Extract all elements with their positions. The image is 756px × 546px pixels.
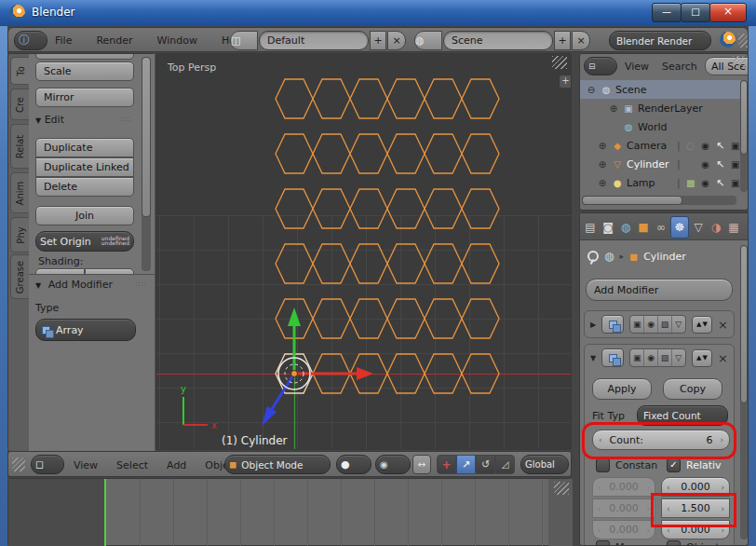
outliner-menu-view[interactable]: View bbox=[625, 61, 649, 73]
pivot-dropdown[interactable]: ◉ bbox=[375, 455, 411, 474]
tab-modifiers[interactable]: ☸ bbox=[670, 216, 689, 239]
modifier-display-toggles[interactable]: ▣◉▨▽ bbox=[629, 348, 685, 367]
editor-type-selector[interactable]: ⓘ bbox=[14, 31, 47, 50]
timeline-resize-grip[interactable] bbox=[554, 482, 569, 495]
constant-offset-field-2[interactable]: ‹0.000› bbox=[592, 520, 655, 539]
expand-icon[interactable]: ⊕ bbox=[595, 159, 610, 170]
delete-layout-button[interactable]: × bbox=[387, 31, 406, 50]
shelf-tab-cre[interactable]: Cre bbox=[10, 89, 30, 120]
viewport-menu-select[interactable]: Select bbox=[116, 459, 148, 471]
duplicate-linked-button[interactable]: Duplicate Linked bbox=[35, 157, 134, 177]
viewport-menu-add[interactable]: Add bbox=[167, 459, 186, 471]
scene-selector-icon-button[interactable]: ◍ bbox=[414, 31, 442, 50]
merge-toggle[interactable]: Merge bbox=[596, 540, 647, 546]
delete-scene-button[interactable]: × bbox=[572, 31, 590, 50]
panel-grip-icon[interactable]: ∷∷ bbox=[120, 116, 131, 124]
layout-selector-icon-button[interactable]: ◫ bbox=[230, 31, 258, 50]
addmod-panel-header[interactable]: ▼ Add Modifier bbox=[35, 279, 113, 291]
expand-icon[interactable]: ⊕ bbox=[606, 103, 621, 114]
outliner-row-lamp[interactable]: ⊕●Lamp|▩◉↖▣ bbox=[580, 173, 749, 192]
object-icon[interactable]: ◼ bbox=[629, 251, 638, 263]
add-scene-button[interactable]: + bbox=[554, 31, 571, 50]
eye-toggle-icon[interactable]: ◉ bbox=[699, 159, 712, 170]
relative-offset-field-0[interactable]: ‹0.000› bbox=[661, 477, 730, 497]
tab-object-data[interactable]: ▽ bbox=[690, 217, 707, 238]
outliner-row-cylinder[interactable]: ⊕▽Cylinder|◉↖▣ bbox=[580, 155, 749, 173]
viewport-header-grip[interactable] bbox=[12, 457, 25, 471]
relative-offset-toggle[interactable]: ✓ Relativ bbox=[667, 458, 722, 472]
layout-name-field[interactable]: Default bbox=[259, 31, 369, 50]
eye-toggle-icon[interactable]: ◉ bbox=[699, 141, 712, 151]
tab-scene[interactable]: ◙ bbox=[600, 217, 616, 238]
add-layout-button[interactable]: + bbox=[370, 31, 386, 50]
mode-dropdown[interactable]: ◼ Object Mode bbox=[224, 455, 331, 474]
shading-dropdown[interactable]: ● bbox=[336, 455, 371, 474]
region-expand-button[interactable]: + bbox=[559, 75, 572, 89]
manipulator-rotate-toggle[interactable]: ↺ bbox=[476, 455, 495, 474]
orientation-dropdown[interactable]: Global bbox=[520, 455, 569, 474]
fit-type-dropdown[interactable]: Fixed Count bbox=[637, 405, 728, 426]
edit-panel-header[interactable]: ▼ Edit bbox=[35, 114, 64, 126]
delete-button[interactable]: Delete bbox=[35, 177, 134, 197]
outliner-hscrollbar[interactable] bbox=[582, 196, 736, 205]
relative-offset-field-2[interactable]: ‹0.000› bbox=[661, 520, 730, 539]
breadcrumb-object-name[interactable]: Cylinder bbox=[643, 251, 686, 263]
scene-name-field[interactable]: Scene bbox=[443, 31, 553, 50]
add-modifier-dropdown[interactable]: Add Modifier bbox=[586, 279, 733, 301]
menu-window[interactable]: Window bbox=[157, 34, 197, 47]
manipulator-scale-toggle[interactable]: ◿ bbox=[495, 455, 515, 474]
rotate-button[interactable]: Rotate bbox=[35, 54, 134, 60]
constant-checkbox[interactable] bbox=[596, 458, 610, 472]
maximize-button[interactable]: □ bbox=[681, 3, 710, 22]
viewport-resize-grip[interactable] bbox=[552, 56, 567, 69]
join-button[interactable]: Join bbox=[35, 206, 134, 225]
shelf-tab-relat[interactable]: Relat bbox=[10, 124, 30, 169]
tab-constraints[interactable]: ∞ bbox=[653, 217, 669, 238]
relative-checkbox[interactable]: ✓ bbox=[667, 458, 681, 472]
properties-vscrollbar[interactable] bbox=[740, 245, 748, 539]
tab-object[interactable]: ■ bbox=[635, 217, 652, 238]
outliner-vscrollbar[interactable] bbox=[740, 80, 748, 192]
copy-button[interactable]: Copy bbox=[663, 378, 722, 400]
duplicate-button[interactable]: Duplicate bbox=[35, 138, 134, 157]
timeline-playhead[interactable] bbox=[104, 479, 106, 546]
shelf-tab-to[interactable]: To bbox=[10, 57, 30, 85]
panel-grip-icon[interactable]: ∷∷ bbox=[136, 280, 147, 289]
count-slider[interactable]: ‹ Count: 6 › bbox=[592, 430, 730, 450]
object-offset-toggle[interactable]: Object bbox=[667, 540, 720, 546]
outliner-row-renderlayer[interactable]: ⊕▣RenderLayer bbox=[580, 99, 749, 117]
tab-material[interactable]: ◑ bbox=[708, 217, 724, 238]
set-origin-dropdown[interactable]: Set Originundefinedundefined bbox=[35, 231, 134, 252]
close-button[interactable]: × bbox=[709, 3, 747, 22]
modifier-icon-button[interactable] bbox=[601, 315, 624, 334]
menu-render[interactable]: Render bbox=[96, 34, 132, 47]
modifier-icon-button[interactable] bbox=[601, 348, 624, 367]
header-resize-grip[interactable] bbox=[738, 34, 748, 48]
outliner-row-camera[interactable]: ⊕◆Camera|◌◉↖▣ bbox=[580, 136, 749, 155]
collapse-icon[interactable]: ⊖ bbox=[584, 85, 599, 95]
shelf-tab-grease[interactable]: Grease bbox=[10, 254, 30, 299]
manipulator-translate-toggle[interactable]: ↗ bbox=[456, 455, 476, 474]
viewport-editor-type-selector[interactable]: ◻ bbox=[31, 455, 64, 474]
scale-button[interactable]: Scale bbox=[35, 61, 134, 81]
tab-world[interactable]: ◍ bbox=[617, 217, 634, 238]
merge-checkbox[interactable] bbox=[596, 540, 610, 546]
outliner-row-world[interactable]: ◍World bbox=[580, 117, 749, 136]
manipulate-centers-toggle[interactable]: ↔ bbox=[412, 455, 431, 474]
outliner-row-scene[interactable]: ⊖◍Scene bbox=[580, 80, 742, 99]
constant-offset-field-0[interactable]: ‹0.000› bbox=[592, 477, 655, 497]
expand-arrow-icon[interactable]: ▶ bbox=[590, 321, 596, 329]
scene-icon[interactable]: ◍ bbox=[604, 250, 614, 263]
relative-offset-field-1[interactable]: ‹1.500› bbox=[661, 498, 730, 518]
apply-button[interactable]: Apply bbox=[592, 378, 652, 400]
mirror-button[interactable]: Mirror bbox=[35, 88, 134, 107]
timeline[interactable] bbox=[7, 478, 572, 546]
menu-file[interactable]: File bbox=[55, 34, 72, 47]
eye-toggle-icon[interactable]: ◉ bbox=[699, 178, 712, 188]
modifier-move-buttons[interactable]: ▲▼ bbox=[692, 349, 712, 367]
object-offset-checkbox[interactable] bbox=[667, 540, 681, 546]
expand-icon[interactable]: ⊕ bbox=[595, 178, 610, 188]
delete-modifier-icon[interactable]: × bbox=[718, 318, 728, 332]
expand-icon[interactable]: ⊕ bbox=[595, 141, 610, 151]
shelf-tab-anim[interactable]: Anim bbox=[10, 172, 30, 213]
